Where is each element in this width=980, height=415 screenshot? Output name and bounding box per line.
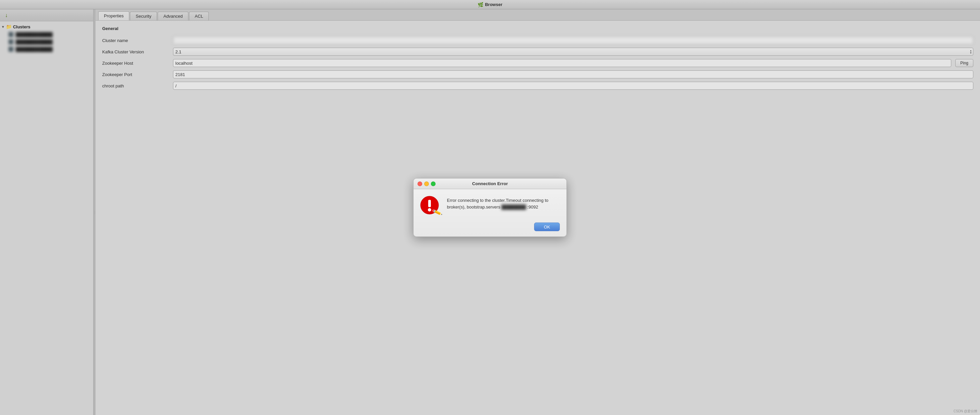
dialog-body: ✏️ Error connecting to the cluster.Timeo… bbox=[414, 189, 566, 223]
svg-rect-1 bbox=[428, 200, 431, 207]
dialog-footer: OK bbox=[414, 223, 566, 236]
ok-button[interactable]: OK bbox=[534, 223, 560, 231]
svg-point-2 bbox=[428, 208, 431, 212]
maximize-button[interactable] bbox=[431, 182, 436, 186]
traffic-lights bbox=[417, 182, 436, 186]
dialog-title-bar: Connection Error bbox=[414, 179, 566, 189]
close-button[interactable] bbox=[417, 182, 422, 186]
dialog-message: Error connecting to the cluster.Timeout … bbox=[447, 196, 560, 210]
minimize-button[interactable] bbox=[424, 182, 429, 186]
dialog-icon: ✏️ bbox=[420, 196, 442, 217]
modal-overlay: Connection Error ✏️ bbox=[0, 0, 980, 415]
server-address: ████████ bbox=[501, 204, 526, 209]
connection-error-dialog: Connection Error ✏️ bbox=[413, 178, 567, 237]
dialog-title: Connection Error bbox=[417, 181, 563, 186]
